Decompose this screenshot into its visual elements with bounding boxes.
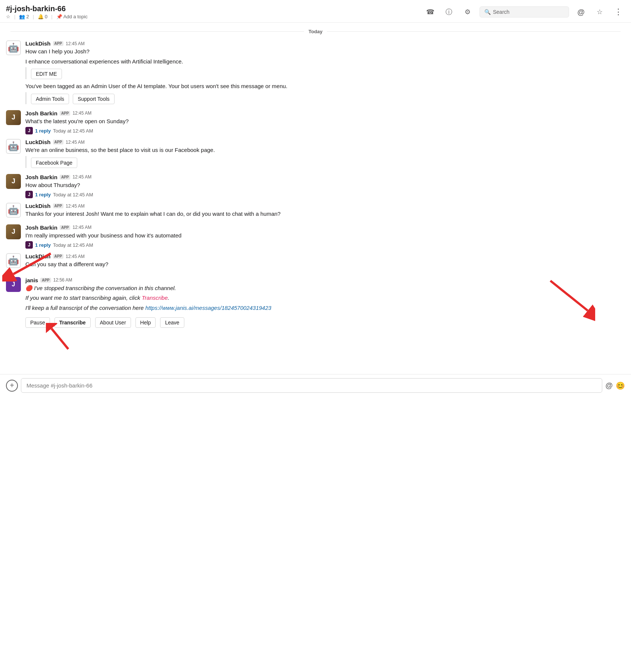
- transcribe-inline-link[interactable]: Transcribe: [142, 295, 168, 301]
- app-badge: APP: [53, 140, 64, 144]
- reply-count: 1 reply: [35, 242, 51, 248]
- message-text: How can I help you Josh?: [25, 47, 625, 56]
- message-input-field[interactable]: [21, 378, 602, 393]
- message-group: J Josh Barkin APP 12:45 AM How about Thu…: [6, 172, 625, 200]
- header-right: ☎ ⓘ ⚙ 🔍 @ ☆ ⋮: [424, 5, 625, 19]
- transcript-url-text: I'll keep a full transcript of the conve…: [25, 304, 625, 312]
- members-meta[interactable]: 👥 2: [19, 14, 29, 19]
- search-icon: 🔍: [484, 9, 491, 15]
- sender-name: Josh Barkin: [25, 110, 57, 116]
- janis-button-row-container: Pause Transcribe About User Help Leave: [25, 314, 187, 328]
- alerts-meta[interactable]: 🔔 0: [38, 14, 47, 19]
- reply-icon: J: [25, 127, 33, 134]
- support-tools-button[interactable]: Support Tools: [73, 94, 114, 104]
- at-input-icon[interactable]: @: [605, 381, 613, 390]
- message-header: Josh Barkin APP 12:45 AM: [25, 174, 625, 180]
- message-text: We're an online business, so the best pl…: [25, 146, 625, 155]
- help-button[interactable]: Help: [135, 317, 156, 328]
- input-right-icons: @ 😊: [605, 381, 625, 390]
- avatar-josh: J: [6, 174, 21, 189]
- header: #j-josh-barkin-66 ☆ | 👥 2 | 🔔 0 | 📌 Add …: [0, 0, 631, 23]
- message-time: 12:45 AM: [66, 140, 85, 145]
- message-header: LuckDish APP 12:45 AM: [25, 139, 625, 145]
- transcript-url-link[interactable]: https://www.janis.ai/messages/1824570024…: [145, 305, 271, 311]
- reply-icon: J: [25, 191, 33, 198]
- message-header: janis APP 12:56 AM: [25, 277, 625, 283]
- admin-tools-container: Admin Tools Support Tools: [25, 92, 625, 104]
- message-time: 12:45 AM: [72, 225, 91, 230]
- star-meta[interactable]: ☆: [6, 14, 10, 19]
- spacer: [6, 331, 625, 368]
- reply-time: Today at 12:45 AM: [53, 128, 93, 134]
- add-attachment-button[interactable]: +: [6, 380, 18, 392]
- stopped-transcribing-text: 🔴 I've stopped transcribing the conversa…: [25, 284, 625, 293]
- message-header: Josh Barkin APP 12:45 AM: [25, 224, 625, 231]
- pause-button[interactable]: Pause: [25, 317, 50, 328]
- app-badge: APP: [60, 225, 71, 230]
- transcribe-button[interactable]: Transcribe: [54, 317, 91, 328]
- janis-button-row: Pause Transcribe About User Help Leave: [25, 316, 187, 328]
- sender-name: LuckDish: [25, 139, 51, 145]
- message-group: J Josh Barkin APP 12:45 AM I'm really im…: [6, 223, 625, 251]
- date-divider: Today: [6, 29, 625, 34]
- about-user-button[interactable]: About User: [95, 317, 131, 328]
- emoji-input-icon[interactable]: 😊: [616, 381, 625, 390]
- message-text: I'm really impressed with your business …: [25, 231, 625, 240]
- sender-name: Josh Barkin: [25, 174, 57, 180]
- sender-name: LuckDish: [25, 40, 51, 47]
- reply-count: 1 reply: [35, 128, 51, 134]
- message-group: J Josh Barkin APP 12:45 AM What's the la…: [6, 109, 625, 136]
- avatar-josh: J: [6, 110, 21, 125]
- message-header: LuckDish APP 12:45 AM: [25, 203, 625, 209]
- reply-time: Today at 12:45 AM: [53, 192, 93, 197]
- message-content: LuckDish APP 12:45 AM How can I help you…: [25, 40, 625, 106]
- admin-notice-text: You've been tagged as an Admin User of t…: [25, 82, 625, 91]
- leave-button[interactable]: Leave: [160, 317, 184, 328]
- admin-tools-button[interactable]: Admin Tools: [31, 94, 69, 104]
- settings-icon-btn[interactable]: ⚙: [461, 5, 474, 19]
- sender-name: Josh Barkin: [25, 224, 57, 231]
- janis-message-content: janis APP 12:56 AM 🔴 I've stopped transc…: [25, 277, 625, 328]
- edit-me-button[interactable]: EDIT ME: [31, 69, 62, 79]
- search-input[interactable]: [493, 9, 564, 15]
- at-icon-btn[interactable]: @: [574, 5, 588, 19]
- channel-name-text: #j-josh-barkin-66: [6, 4, 66, 13]
- channel-name: #j-josh-barkin-66: [6, 4, 420, 13]
- message-time: 12:45 AM: [66, 254, 85, 259]
- message-header: LuckDish APP 12:45 AM: [25, 253, 625, 259]
- reply-time: Today at 12:45 AM: [53, 242, 93, 248]
- janis-message-group: J janis APP 12:56 AM 🔴 I've stopped tran…: [6, 273, 625, 330]
- message-time: 12:45 AM: [72, 111, 91, 116]
- info-icon-btn[interactable]: ⓘ: [442, 5, 456, 19]
- avatar-josh: J: [6, 224, 21, 239]
- facebook-btn-container: Facebook Page: [25, 156, 625, 168]
- star-icon-btn[interactable]: ☆: [593, 5, 606, 19]
- reply-row[interactable]: J 1 reply Today at 12:45 AM: [25, 191, 625, 198]
- avatar-luckdish: 🤖: [6, 139, 21, 154]
- edit-me-container: EDIT ME: [25, 67, 625, 79]
- message-text: Can you say that a different way?: [25, 260, 625, 269]
- message-group: 🤖 LuckDish APP 12:45 AM Can you say that…: [6, 252, 625, 272]
- message-input-bar: + @ 😊: [0, 374, 631, 396]
- facebook-page-button[interactable]: Facebook Page: [31, 158, 77, 168]
- message-text: What's the latest you're open on Sunday?: [25, 117, 625, 126]
- restart-transcribing-text: If you want me to start transcribing aga…: [25, 294, 625, 302]
- search-box[interactable]: 🔍: [480, 6, 569, 18]
- message-time: 12:56 AM: [53, 277, 72, 283]
- message-text: How about Thursday?: [25, 181, 625, 190]
- message-group: 🤖 LuckDish APP 12:45 AM How can I help y…: [6, 39, 625, 107]
- reply-row[interactable]: J 1 reply Today at 12:45 AM: [25, 241, 625, 249]
- message-time: 12:45 AM: [72, 174, 91, 180]
- reply-row[interactable]: J 1 reply Today at 12:45 AM: [25, 127, 625, 134]
- more-icon-btn[interactable]: ⋮: [612, 5, 625, 19]
- app-badge: APP: [53, 203, 64, 208]
- phone-icon-btn[interactable]: ☎: [424, 5, 437, 19]
- message-group: 🤖 LuckDish APP 12:45 AM We're an online …: [6, 137, 625, 171]
- reply-count: 1 reply: [35, 192, 51, 197]
- message-text: Thanks for your interest Josh! Want me t…: [25, 210, 625, 218]
- message-content: LuckDish APP 12:45 AM We're an online bu…: [25, 139, 625, 169]
- add-topic-btn[interactable]: 📌 Add a topic: [56, 14, 88, 19]
- message-content: LuckDish APP 12:45 AM Thanks for your in…: [25, 203, 625, 220]
- app-badge: APP: [40, 278, 51, 283]
- message-content: Josh Barkin APP 12:45 AM I'm really impr…: [25, 224, 625, 249]
